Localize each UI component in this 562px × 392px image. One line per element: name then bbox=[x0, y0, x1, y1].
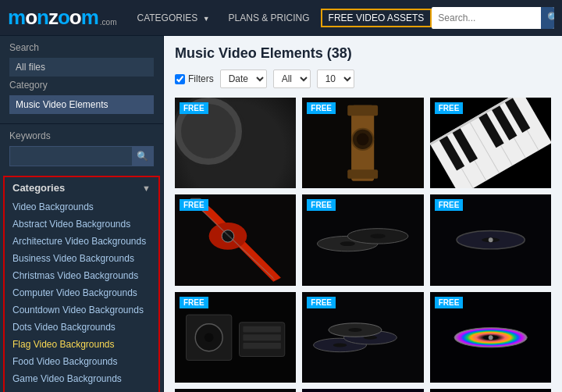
svg-rect-4 bbox=[348, 169, 379, 179]
category-item-10[interactable]: Game Video Backgrounds bbox=[5, 370, 158, 387]
all-filter[interactable]: All bbox=[273, 69, 311, 88]
thumbnail-8[interactable]: FREE bbox=[302, 292, 423, 383]
category-item-6[interactable]: Countdown Video Backgrounds bbox=[5, 301, 158, 319]
logo-text: monzoom bbox=[8, 5, 98, 30]
thumbnail-6[interactable]: FREE bbox=[430, 194, 551, 285]
categories-list: Video Backgrounds Abstract Video Backgro… bbox=[5, 198, 158, 392]
svg-line-21 bbox=[199, 208, 275, 280]
svg-point-24 bbox=[340, 242, 355, 247]
nav-pricing[interactable]: PLANS & PRICING bbox=[221, 9, 318, 27]
keyword-input[interactable] bbox=[10, 149, 132, 163]
piano-dark-svg bbox=[430, 389, 551, 392]
search-label: Search bbox=[9, 42, 154, 53]
svg-rect-35 bbox=[243, 334, 281, 340]
free-badge-2: FREE bbox=[307, 102, 336, 114]
categories-section: Categories ▼ Video Backgrounds Abstract … bbox=[3, 176, 160, 392]
svg-point-26 bbox=[371, 234, 386, 239]
header: monzoom .com CATEGORIES ▼ PLANS & PRICIN… bbox=[0, 0, 562, 36]
nav-free-assets[interactable]: FREE VIDEO ASSETS bbox=[321, 9, 432, 27]
keywords-section: Keywords 🔍 bbox=[0, 124, 163, 173]
thumbnail-9[interactable]: FREE bbox=[430, 292, 551, 383]
svg-point-45 bbox=[488, 335, 493, 340]
svg-rect-34 bbox=[243, 326, 281, 333]
page-title: Music Video Elements (38) bbox=[175, 45, 551, 62]
svg-rect-36 bbox=[243, 343, 281, 349]
keyword-input-wrap: 🔍 bbox=[9, 146, 154, 166]
category-item-8[interactable]: Flag Video Backgrounds bbox=[5, 336, 158, 353]
filters-checkbox-wrap: Filters bbox=[175, 73, 214, 84]
filter-bar: Filters Date All 10 20 50 bbox=[175, 69, 551, 88]
perpage-filter[interactable]: 10 20 50 bbox=[317, 69, 354, 88]
category-value[interactable]: Music Video Elements bbox=[9, 95, 154, 114]
keywords-label: Keywords bbox=[9, 130, 154, 141]
svg-point-38 bbox=[333, 343, 347, 347]
main-layout: Search All files Category Music Video El… bbox=[0, 36, 562, 392]
svg-point-19 bbox=[222, 230, 234, 243]
svg-point-29 bbox=[488, 238, 493, 243]
thumbnail-11[interactable]: FREE ♩ ♪ ♫ ♬ bbox=[302, 389, 423, 392]
thumbnail-10[interactable]: FREE bbox=[175, 389, 296, 392]
svg-rect-1 bbox=[348, 105, 379, 116]
search-section: Search All files Category Music Video El… bbox=[0, 36, 163, 124]
all-files-item[interactable]: All files bbox=[9, 58, 154, 77]
search-bar: 🔍 bbox=[432, 7, 554, 29]
categories-toggle[interactable]: Categories ▼ bbox=[5, 177, 158, 198]
thumbnail-5[interactable]: FREE bbox=[302, 194, 423, 285]
thumbnail-12[interactable]: FREE bbox=[430, 389, 551, 392]
free-badge-9: FREE bbox=[435, 297, 464, 308]
logo[interactable]: monzoom .com bbox=[8, 5, 116, 30]
category-item-3[interactable]: Business Video Backgrounds bbox=[5, 250, 158, 267]
category-item-4[interactable]: Christmas Video Backgrounds bbox=[5, 267, 158, 284]
category-item-7[interactable]: Dots Video Backgrounds bbox=[5, 319, 158, 336]
content-area: Music Video Elements (38) Filters Date A… bbox=[164, 36, 562, 392]
free-badge-6: FREE bbox=[435, 199, 464, 211]
thumbnail-7[interactable]: FREE bbox=[175, 292, 296, 383]
filters-label: Filters bbox=[188, 73, 214, 84]
svg-point-32 bbox=[205, 333, 214, 342]
thumbnails-grid: FREE FREE FREE bbox=[175, 98, 551, 392]
nav-categories[interactable]: CATEGORIES ▼ bbox=[129, 9, 217, 27]
date-filter[interactable]: Date bbox=[220, 69, 267, 88]
free-badge-3: FREE bbox=[435, 102, 464, 114]
free-badge-8: FREE bbox=[307, 297, 336, 308]
category-item-5[interactable]: Computer Video Backgrounds bbox=[5, 284, 158, 301]
search-input[interactable] bbox=[432, 9, 541, 27]
main-nav: CATEGORIES ▼ PLANS & PRICING FREE VIDEO … bbox=[129, 9, 432, 27]
thumbnail-2[interactable]: FREE bbox=[302, 98, 423, 188]
categories-arrow-icon: ▼ bbox=[142, 184, 151, 193]
filters-checkbox[interactable] bbox=[175, 74, 185, 84]
category-item-1[interactable]: Abstract Video Backgrounds bbox=[5, 216, 158, 233]
category-item-9[interactable]: Food Video Backgrounds bbox=[5, 353, 158, 370]
thumbnail-4[interactable]: FREE bbox=[175, 194, 296, 285]
svg-point-3 bbox=[357, 134, 369, 146]
svg-line-20 bbox=[197, 206, 273, 278]
thumbnail-1[interactable]: FREE bbox=[175, 98, 296, 188]
category-label: Category bbox=[9, 80, 154, 91]
vinyl-svg bbox=[175, 389, 296, 392]
free-badge-7: FREE bbox=[180, 297, 208, 308]
svg-point-42 bbox=[349, 328, 362, 332]
logo-dot: .com bbox=[100, 18, 117, 27]
categories-title: Categories bbox=[12, 182, 65, 194]
category-item-2[interactable]: Architecture Video Backgrounds bbox=[5, 233, 158, 250]
sidebar: Search All files Category Music Video El… bbox=[0, 36, 164, 392]
category-item-0[interactable]: Video Backgrounds bbox=[5, 198, 158, 216]
free-badge-4: FREE bbox=[180, 199, 208, 211]
keyword-search-button[interactable]: 🔍 bbox=[132, 147, 153, 166]
search-button[interactable]: 🔍 bbox=[541, 7, 554, 29]
category-item-11[interactable]: Geometric Video Backgrounds bbox=[5, 387, 158, 392]
categories-arrow: ▼ bbox=[203, 15, 210, 23]
music-notes-svg: ♩ ♪ ♫ ♬ bbox=[302, 389, 423, 392]
free-badge-1: FREE bbox=[180, 102, 208, 114]
free-badge-5: FREE bbox=[307, 199, 336, 211]
thumbnail-3[interactable]: FREE bbox=[430, 98, 551, 188]
